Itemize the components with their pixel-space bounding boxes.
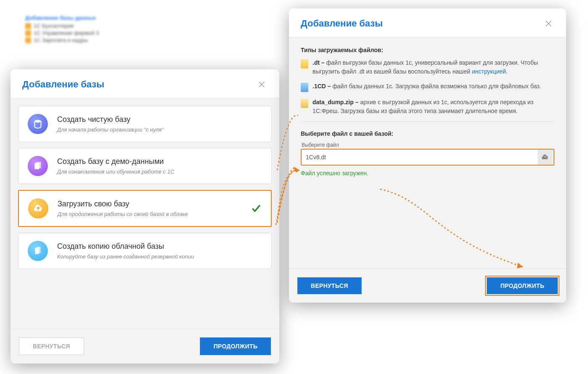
option-title: Загрузить свою базу <box>58 200 247 208</box>
file-zip-icon <box>301 99 308 108</box>
dialog-title: Добавление базы <box>22 79 104 90</box>
filetypes-heading: Типы загружаемых файлов: <box>301 47 554 53</box>
option-title: Создать чистую базу <box>57 115 262 124</box>
file-name-value[interactable] <box>306 154 537 161</box>
filetype-label: .1CD – <box>312 83 331 90</box>
svg-rect-4 <box>37 247 41 253</box>
instruction-link[interactable]: инструкцией <box>472 68 506 75</box>
file-1cd-icon <box>301 83 308 92</box>
background-blurred-list: Добавление базы данных 1С Бухгалтерия 1С… <box>25 15 99 44</box>
file-dt-icon <box>301 59 308 68</box>
divider <box>301 121 554 122</box>
add-database-dialog-step2: Добавление базы Типы загружаемых файлов:… <box>289 8 566 303</box>
close-icon[interactable] <box>256 79 268 90</box>
filetype-dt: .dt – файл выгрузки базы данных 1с, унив… <box>301 58 554 76</box>
back-button[interactable]: Вернуться <box>297 277 362 294</box>
database-icon <box>28 114 48 134</box>
option-title: Создать базу с демо-данными <box>57 157 262 166</box>
cloud-upload-icon <box>28 198 48 219</box>
option-subtitle: Копируйте базу из ранее созданной резерв… <box>57 253 262 260</box>
back-button[interactable]: Вернуться <box>19 337 84 355</box>
option-create-demo[interactable]: Создать базу с демо-данными Для ознакомл… <box>18 148 272 184</box>
option-subtitle: Для ознакомления или обучения работе с 1… <box>57 169 262 175</box>
svg-point-0 <box>34 120 41 123</box>
option-create-empty[interactable]: Создать чистую базу Для начала работы ор… <box>18 106 272 142</box>
file-input[interactable] <box>301 149 554 166</box>
svg-rect-2 <box>37 162 41 168</box>
add-database-dialog-step1: Добавление базы Создать чистую базу Для … <box>10 69 279 363</box>
filetype-1cd: .1CD – файл базы данных 1с. Загрузка фай… <box>301 82 554 92</box>
filetype-label: .dt – <box>312 59 325 66</box>
filetype-desc: файл базы данных 1с. Загрузка файла возм… <box>331 83 541 90</box>
option-subtitle: Для начала работы организации "с нуля" <box>57 126 262 133</box>
dialog-title: Добавление базы <box>301 18 383 29</box>
database-copy-icon <box>28 241 48 261</box>
filetype-zip: data_dump.zip – архив с выгрузкой данных… <box>301 98 554 116</box>
option-title: Создать копию облачной базы <box>57 242 262 251</box>
upload-success-message: Файл успешно загружен. <box>301 170 554 176</box>
close-icon[interactable] <box>543 18 554 29</box>
check-icon <box>251 203 262 214</box>
option-upload-own[interactable]: Загрузить свою базу Для продолжения рабо… <box>18 190 272 227</box>
option-copy-cloud[interactable]: Создать копию облачной базы Копируйте ба… <box>18 233 272 269</box>
option-subtitle: Для продолжения работы со своей базой в … <box>58 211 247 217</box>
continue-button[interactable]: Продолжить <box>200 337 271 355</box>
choose-file-heading: Выберите файл с вашей базой: <box>301 130 554 137</box>
file-field-label: Выберите файл <box>301 142 554 148</box>
database-demo-icon <box>28 156 48 176</box>
filetype-label: data_dump.zip – <box>312 99 359 105</box>
cloud-upload-icon[interactable] <box>538 150 553 165</box>
continue-button[interactable]: Продолжить <box>487 277 558 294</box>
